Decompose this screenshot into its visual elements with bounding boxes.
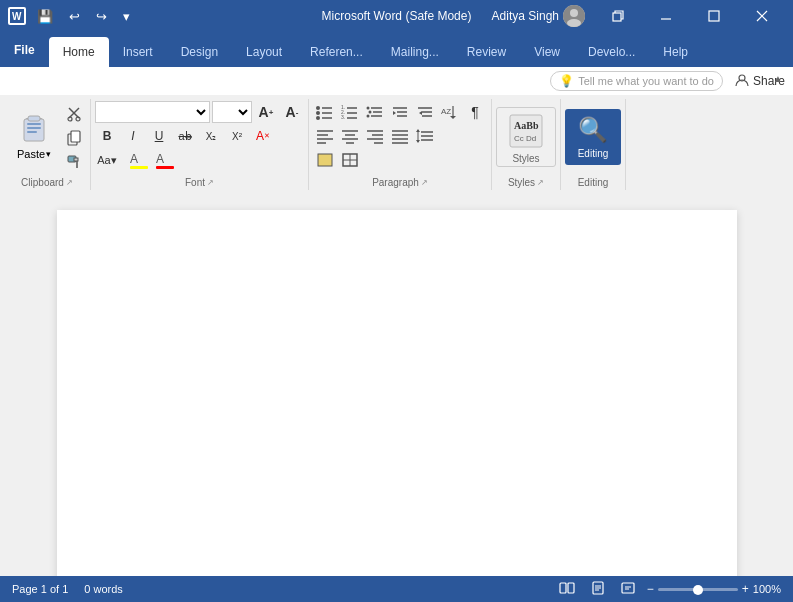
page-info: Page 1 of 1 xyxy=(12,583,68,595)
web-layout-button[interactable] xyxy=(617,579,639,600)
zoom-track[interactable] xyxy=(658,588,738,591)
bullets-button[interactable] xyxy=(313,101,337,123)
subscript-button[interactable]: X₂ xyxy=(199,125,223,147)
line-spacing-button[interactable] xyxy=(413,125,437,147)
title-bar-right: Aditya Singh xyxy=(492,0,785,32)
document-page[interactable] xyxy=(57,210,737,576)
tab-review[interactable]: Review xyxy=(453,37,520,67)
svg-rect-14 xyxy=(27,127,41,129)
tab-file[interactable]: File xyxy=(0,32,49,67)
zoom-minus[interactable]: − xyxy=(647,582,654,596)
font-group: A+ A- B I U ab̶ X₂ X² A✕ Aa▾ xyxy=(91,99,309,190)
justify-button[interactable] xyxy=(388,125,412,147)
tab-references[interactable]: Referen... xyxy=(296,37,377,67)
svg-point-40 xyxy=(369,111,372,114)
superscript-button[interactable]: X² xyxy=(225,125,249,147)
tab-design[interactable]: Design xyxy=(167,37,232,67)
increase-indent-button[interactable] xyxy=(413,101,437,123)
ribbon-collapse-button[interactable]: ▲ xyxy=(767,67,789,89)
cut-button[interactable] xyxy=(62,103,86,125)
editing-label-bottom[interactable]: Editing xyxy=(565,175,621,190)
tell-me-box[interactable]: 💡 Tell me what you want to do xyxy=(550,71,723,91)
increase-font-button[interactable]: A+ xyxy=(254,101,278,123)
svg-rect-5 xyxy=(613,13,621,21)
tab-insert[interactable]: Insert xyxy=(109,37,167,67)
align-right-button[interactable] xyxy=(363,125,387,147)
numbering-button[interactable]: 1.2.3. xyxy=(338,101,362,123)
borders-button[interactable] xyxy=(338,149,362,171)
clipboard-label[interactable]: Clipboard ↗ xyxy=(8,175,86,190)
font-label[interactable]: Font ↗ xyxy=(95,175,304,190)
svg-point-42 xyxy=(367,115,370,118)
change-case-button[interactable]: Aa▾ xyxy=(95,149,119,171)
undo-button[interactable]: ↩ xyxy=(64,7,85,26)
text-highlight-button[interactable]: A xyxy=(127,149,151,171)
svg-text:AZ: AZ xyxy=(441,107,451,116)
font-format-row: B I U ab̶ X₂ X² A✕ xyxy=(95,125,275,147)
close-button[interactable] xyxy=(739,0,785,32)
tab-home[interactable]: Home xyxy=(49,37,109,67)
font-family-select[interactable] xyxy=(95,101,210,123)
svg-point-30 xyxy=(316,116,320,120)
copy-button[interactable] xyxy=(62,127,86,149)
svg-rect-13 xyxy=(27,123,41,125)
tell-me-placeholder: Tell me what you want to do xyxy=(578,75,714,87)
editing-button[interactable]: 🔍 Editing xyxy=(565,109,621,165)
font-size-select[interactable] xyxy=(212,101,252,123)
paragraph-group: 1.2.3. AZ ¶ xyxy=(309,99,492,190)
underline-button[interactable]: U xyxy=(147,125,171,147)
document-area[interactable] xyxy=(0,190,793,576)
zoom-slider[interactable]: − + 100% xyxy=(647,582,781,596)
ribbon-top-row: 💡 Tell me what you want to do Share xyxy=(0,67,793,95)
decrease-font-button[interactable]: A- xyxy=(280,101,304,123)
para-row-1: 1.2.3. AZ ¶ xyxy=(313,101,487,123)
shading-button[interactable] xyxy=(313,149,337,171)
svg-point-3 xyxy=(570,9,578,17)
font-color-button[interactable]: A xyxy=(153,149,177,171)
status-left: Page 1 of 1 0 words xyxy=(12,583,123,595)
clear-format-button[interactable]: A✕ xyxy=(251,125,275,147)
customize-qat-button[interactable]: ▾ xyxy=(118,7,135,26)
decrease-indent-button[interactable] xyxy=(388,101,412,123)
user-area[interactable]: Aditya Singh xyxy=(492,5,585,27)
person-icon xyxy=(735,73,749,90)
paragraph-label[interactable]: Paragraph ↗ xyxy=(313,175,487,190)
svg-point-19 xyxy=(68,117,72,121)
minimize-button[interactable] xyxy=(643,0,689,32)
align-center-button[interactable] xyxy=(338,125,362,147)
redo-button[interactable]: ↪ xyxy=(91,7,112,26)
multilevel-list-button[interactable] xyxy=(363,101,387,123)
paste-button[interactable]: Paste ▾ xyxy=(8,101,60,173)
tab-layout[interactable]: Layout xyxy=(232,37,296,67)
format-painter-button[interactable] xyxy=(62,151,86,173)
window-title: Microsoft Word (Safe Mode) xyxy=(322,9,472,23)
styles-label: Styles xyxy=(512,153,539,164)
word-count: 0 words xyxy=(84,583,123,595)
tab-view[interactable]: View xyxy=(520,37,574,67)
tab-help[interactable]: Help xyxy=(649,37,702,67)
maximize-button[interactable] xyxy=(691,0,737,32)
read-mode-button[interactable] xyxy=(555,579,579,600)
italic-button[interactable]: I xyxy=(121,125,145,147)
clipboard-expand-icon: ↗ xyxy=(66,178,73,187)
align-left-button[interactable] xyxy=(313,125,337,147)
sort-button[interactable]: AZ xyxy=(438,101,462,123)
tab-developer[interactable]: Develo... xyxy=(574,37,649,67)
restore-button[interactable] xyxy=(595,0,641,32)
app-icon: W xyxy=(8,7,26,25)
styles-group: AaBb Cc Dd Styles Styles ↗ xyxy=(492,99,561,190)
zoom-thumb[interactable] xyxy=(693,585,703,595)
bold-button[interactable]: B xyxy=(95,125,119,147)
styles-button[interactable]: AaBb Cc Dd Styles xyxy=(496,107,556,167)
svg-text:AaBb: AaBb xyxy=(514,120,539,131)
tab-mailings[interactable]: Mailing... xyxy=(377,37,453,67)
paragraph-expand-icon: ↗ xyxy=(421,178,428,187)
svg-rect-77 xyxy=(318,154,332,166)
strikethrough-button[interactable]: ab̶ xyxy=(173,125,197,147)
zoom-plus[interactable]: + xyxy=(742,582,749,596)
pilcrow-button[interactable]: ¶ xyxy=(463,101,487,123)
styles-label-bottom[interactable]: Styles ↗ xyxy=(496,175,556,190)
print-layout-button[interactable] xyxy=(587,579,609,600)
save-button[interactable]: 💾 xyxy=(32,7,58,26)
ribbon: 💡 Tell me what you want to do Share xyxy=(0,67,793,190)
